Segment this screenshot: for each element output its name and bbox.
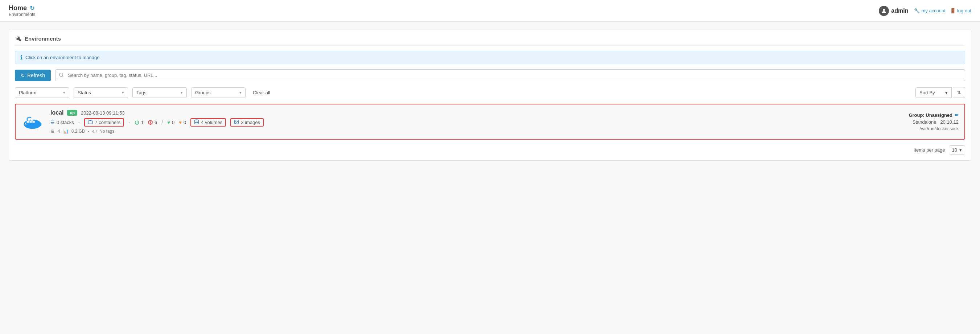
per-page-chevron-icon: ▾ <box>959 147 962 153</box>
username: admin <box>891 8 908 14</box>
tags-value: No tags <box>99 129 114 134</box>
unhealthy-stat: ♥ 0 <box>179 120 186 125</box>
toolbar: ↻ Refresh <box>15 69 965 81</box>
header-right: admin 🔧 my account 🚪 log out <box>879 6 971 16</box>
svg-rect-4 <box>27 120 29 122</box>
logout-icon: 🚪 <box>950 8 956 13</box>
header-links: 🔧 my account 🚪 log out <box>914 8 971 13</box>
env-socket: /var/run/docker.sock <box>886 126 959 131</box>
divider-3: / <box>161 120 163 126</box>
header: Home ↻ Environments admin 🔧 my account 🚪… <box>0 0 980 22</box>
header-title-row: Home ↻ <box>9 4 35 12</box>
memory-size: 8.2 GB <box>72 129 85 134</box>
images-stat: 3 images <box>230 118 264 127</box>
svg-point-1 <box>59 73 63 76</box>
search-input[interactable] <box>55 69 965 81</box>
edit-group-icon[interactable]: ✏ <box>955 113 959 118</box>
healthy-icon: ♥ <box>167 120 170 125</box>
stacks-stat: ☰ 0 stacks <box>51 120 74 125</box>
main-content: 🔌 Environments ℹ Click on an environment… <box>0 22 980 168</box>
my-account-link[interactable]: 🔧 my account <box>914 8 945 13</box>
user-display: admin <box>879 6 908 16</box>
platform-filter[interactable]: Platform ▾ <box>15 87 69 98</box>
home-title: Home <box>9 4 27 12</box>
env-meta-row: 🖥 4 📊 8.2 GB - 🏷 No tags <box>51 129 880 134</box>
sort-by-container: Sort By ▾ ⇅ <box>915 87 965 98</box>
status-badge: up <box>67 110 77 116</box>
tags-chevron-icon: ▾ <box>181 90 183 95</box>
sort-order-icon: ⇅ <box>957 89 961 95</box>
refresh-btn-icon: ↻ <box>21 73 25 78</box>
header-subtitle: Environments <box>9 12 35 17</box>
svg-point-0 <box>883 9 885 11</box>
stacks-icon: ☰ <box>51 120 55 125</box>
search-icon <box>59 72 64 78</box>
panel-title: 🔌 Environments <box>15 35 965 46</box>
sort-order-button[interactable]: ⇅ <box>953 87 965 98</box>
header-left: Home ↻ Environments <box>9 4 35 17</box>
svg-point-10 <box>25 124 26 124</box>
svg-point-14 <box>195 120 199 121</box>
svg-rect-8 <box>31 119 33 121</box>
tag-icon: 🏷 <box>92 129 97 134</box>
svg-rect-6 <box>32 120 35 122</box>
wrench-icon: 🔧 <box>914 8 920 13</box>
groups-chevron-icon: ▾ <box>239 90 242 95</box>
divider-1: - <box>78 120 80 126</box>
refresh-icon[interactable]: ↻ <box>30 5 35 12</box>
pagination-footer: Items per page 10 ▾ <box>15 145 965 154</box>
env-group-row: Group: Unassigned ✏ <box>886 113 959 118</box>
plug-icon: 🔌 <box>15 35 22 42</box>
running-stat: ⏻ 1 <box>135 120 144 125</box>
stopped-icon: ⏼ <box>148 120 153 125</box>
logout-link[interactable]: 🚪 log out <box>950 8 971 13</box>
cpu-icon: 🖥 <box>51 129 55 134</box>
clear-all-button[interactable]: Clear all <box>250 88 273 97</box>
images-icon <box>234 119 239 126</box>
divider-2: - <box>128 120 130 126</box>
info-icon: ℹ <box>20 54 22 61</box>
filters-row: Platform ▾ Status ▾ Tags ▾ Groups ▾ Clea… <box>15 87 965 98</box>
memory-icon: 📊 <box>63 129 68 134</box>
refresh-button[interactable]: ↻ Refresh <box>15 70 51 81</box>
environment-card[interactable]: local up 2022-08-13 09:11:53 ☰ 0 stacks … <box>15 104 965 140</box>
meta-divider: - <box>88 129 89 134</box>
env-name: local <box>51 110 64 116</box>
svg-point-16 <box>235 121 236 121</box>
groups-filter[interactable]: Groups ▾ <box>191 87 245 98</box>
env-type-row: Standalone 20.10.12 <box>886 119 959 125</box>
cpu-count: 4 <box>58 129 60 134</box>
containers-icon <box>88 119 93 126</box>
avatar <box>879 6 889 16</box>
sort-chevron-icon: ▾ <box>945 90 948 95</box>
env-name-row: local up 2022-08-13 09:11:53 <box>51 110 880 116</box>
svg-rect-7 <box>28 119 30 121</box>
info-bar: ℹ Click on an environment to manage <box>15 51 965 64</box>
svg-rect-5 <box>29 120 32 122</box>
search-container <box>55 69 965 81</box>
platform-chevron-icon: ▾ <box>63 90 65 95</box>
volumes-stat: 4 volumes <box>191 118 226 127</box>
running-icon: ⏻ <box>135 120 139 125</box>
environment-info: local up 2022-08-13 09:11:53 ☰ 0 stacks … <box>51 110 880 134</box>
svg-rect-11 <box>89 121 93 124</box>
env-timestamp: 2022-08-13 09:11:53 <box>81 110 125 116</box>
environments-panel: 🔌 Environments ℹ Click on an environment… <box>9 29 971 161</box>
healthy-stat: ♥ 0 <box>167 120 175 125</box>
docker-logo <box>21 113 45 131</box>
unhealthy-icon: ♥ <box>179 120 182 125</box>
sort-by-filter[interactable]: Sort By ▾ <box>915 87 952 98</box>
status-filter[interactable]: Status ▾ <box>74 87 128 98</box>
volumes-icon <box>194 119 199 126</box>
per-page-select[interactable]: 10 ▾ <box>949 145 965 154</box>
env-stats-row: ☰ 0 stacks - 7 containers - ⏻ 1 <box>51 118 880 127</box>
tags-filter[interactable]: Tags ▾ <box>132 87 187 98</box>
svg-line-2 <box>62 76 64 77</box>
stopped-stat: ⏼ 6 <box>148 120 157 125</box>
containers-stat: 7 containers <box>84 118 124 127</box>
env-right-info: Group: Unassigned ✏ Standalone 20.10.12 … <box>886 113 959 131</box>
status-chevron-icon: ▾ <box>122 90 124 95</box>
